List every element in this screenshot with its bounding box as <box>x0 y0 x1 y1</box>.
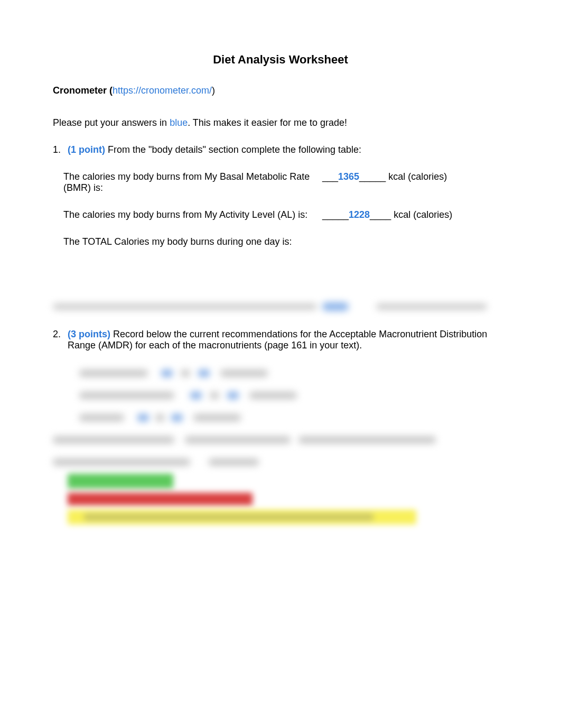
blur-blob <box>193 414 241 421</box>
question-1: 1. (1 point) From the "body details" sec… <box>53 144 508 155</box>
blur-blob <box>79 392 174 399</box>
activity-value: 1228 <box>349 209 370 220</box>
yellow-text-overlay <box>83 513 374 521</box>
green-highlight-bar <box>68 474 173 489</box>
blur-blob <box>137 414 149 421</box>
instruction-line: Please put your answers in blue. This ma… <box>53 117 508 128</box>
q1-row-activity: The calories my body burns from My Activ… <box>63 209 508 220</box>
blur-gray-right <box>376 303 487 310</box>
blur-blob <box>161 370 173 377</box>
q1-row-bmr: The calories my body burns from My Basal… <box>63 171 508 193</box>
blank-post2: ____ <box>370 209 391 220</box>
activity-unit: kcal (calories) <box>391 209 452 220</box>
q1-row-bmr-label: The calories my body burns from My Basal… <box>63 171 322 193</box>
bmr-unit: kcal (calories) <box>386 171 447 182</box>
worksheet-page: Diet Analysis Worksheet Cronometer (http… <box>0 0 561 551</box>
q1-text: From the "body details" section complete… <box>105 144 361 155</box>
blur-line-2 <box>79 389 508 402</box>
q2-number: 2. <box>53 329 68 351</box>
blank-post: _____ <box>359 171 386 182</box>
q1-row-total: The TOTAL Calories my body burns during … <box>63 236 508 247</box>
cronometer-line: Cronometer (https://cronometer.com/) <box>53 85 508 96</box>
q2-body: (3 points) Record below the current reco… <box>68 329 508 351</box>
yellow-highlight-bar <box>68 510 416 524</box>
blur-blob <box>298 436 436 444</box>
blank-pre2: _____ <box>322 209 349 220</box>
q1-row-bmr-value-cell: ___1365_____ kcal (calories) <box>322 171 508 193</box>
blur-blob <box>249 392 297 399</box>
cronometer-label-suffix: ) <box>212 85 215 96</box>
blurred-content-block <box>79 367 508 424</box>
blur-blob <box>181 370 190 377</box>
q1-row-total-value-cell <box>322 236 508 247</box>
instruction-post: . This makes it easier for me to grade! <box>188 117 347 128</box>
blank-pre: ___ <box>322 171 338 182</box>
question-2: 2. (3 points) Record below the current r… <box>53 329 508 351</box>
blur-blob <box>190 392 202 399</box>
q1-row-activity-value-cell: _____1228____ kcal (calories) <box>322 209 508 220</box>
q1-row-activity-label: The calories my body burns from My Activ… <box>63 209 322 220</box>
q2-text: Record below the current recommendations… <box>68 329 487 351</box>
blur-blob <box>220 370 268 377</box>
q1-number: 1. <box>53 144 68 155</box>
blur-blob <box>198 370 210 377</box>
bmr-value: 1365 <box>338 171 359 182</box>
color-bars-block <box>68 474 508 524</box>
blur-blob <box>171 414 183 421</box>
blurred-hidden-row <box>53 300 508 313</box>
blur-blob <box>53 458 190 466</box>
q1-row-total-label: The TOTAL Calories my body burns during … <box>63 236 322 247</box>
instruction-pre: Please put your answers in <box>53 117 170 128</box>
blur-blob <box>79 370 148 377</box>
blur-blue-spot <box>322 302 349 311</box>
blur-blob <box>79 414 124 421</box>
red-highlight-bar <box>68 493 253 505</box>
blur-blob <box>210 392 219 399</box>
blur-line-3 <box>79 411 508 424</box>
q1-body: (1 point) From the "body details" sectio… <box>68 144 508 155</box>
cronometer-label-prefix: Cronometer ( <box>53 85 113 96</box>
blur-blob <box>155 414 165 421</box>
blur-gray-left <box>53 303 317 310</box>
q1-points: (1 point) <box>68 144 105 155</box>
cronometer-link[interactable]: https://cronometer.com/ <box>113 85 212 96</box>
blur-blob <box>185 436 291 444</box>
blur-blob <box>209 458 259 466</box>
q2-points: (3 points) <box>68 329 110 339</box>
blur-blob <box>53 436 174 444</box>
blue-word: blue <box>170 117 188 128</box>
blur-line-1 <box>79 367 508 380</box>
blurred-paragraph <box>53 434 508 468</box>
blur-blob <box>227 392 239 399</box>
page-title: Diet Analysis Worksheet <box>53 53 508 67</box>
